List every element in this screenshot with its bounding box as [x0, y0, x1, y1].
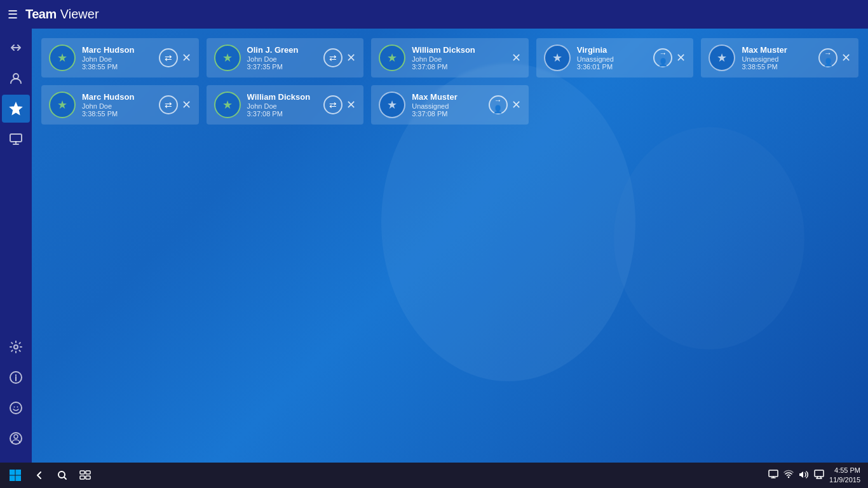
- switch-button-7[interactable]: ⇄: [323, 95, 342, 114]
- session-time-4: 3:36:01 PM: [577, 63, 648, 71]
- session-card-william-dickson-2: ★ William Dickson John Doe 3:37:08 PM ⇄ …: [207, 85, 364, 125]
- session-avatar-2: ★: [214, 44, 241, 71]
- session-actions-4: →👤 ✕: [653, 48, 686, 67]
- session-info-4: Virginia Unassigned 3:36:01 PM: [577, 45, 648, 71]
- sidebar-item-computers[interactable]: [2, 125, 30, 153]
- taskbar-clock[interactable]: 4:55 PM 11/9/2015: [829, 466, 860, 485]
- assign-button-4[interactable]: →👤: [653, 48, 672, 67]
- session-name-7: William Dickson: [247, 92, 318, 102]
- session-card-max-muster-2: ★ Max Muster Unassigned 3:37:08 PM →👤 ✕: [371, 85, 529, 125]
- session-name-3: William Dickson: [412, 45, 505, 55]
- taskbar-monitor-icon[interactable]: [768, 470, 778, 482]
- close-button-5[interactable]: ✕: [841, 52, 851, 64]
- session-actions-6: ⇄ ✕: [159, 95, 191, 114]
- logo-viewer: Viewer: [60, 7, 99, 22]
- session-time-1: 3:38:55 PM: [82, 63, 153, 71]
- svg-rect-19: [769, 470, 778, 477]
- switch-button-2[interactable]: ⇄: [323, 48, 342, 67]
- feedback-icon: [9, 401, 23, 415]
- close-button-6[interactable]: ✕: [182, 99, 191, 111]
- monitor-icon: [768, 470, 778, 480]
- svg-point-5: [10, 402, 22, 414]
- star-icon-2: ★: [222, 51, 233, 65]
- svg-rect-18: [86, 476, 90, 479]
- session-actions-5: →👤 ✕: [818, 48, 851, 67]
- svg-marker-1: [10, 103, 22, 114]
- session-time-8: 3:37:08 PM: [412, 110, 482, 118]
- close-button-2[interactable]: ✕: [346, 52, 356, 64]
- switch-button-1[interactable]: ⇄: [159, 48, 178, 67]
- main-content: ★ Marc Hudson John Doe 3:38:55 PM ⇄ ✕ ★ …: [32, 29, 868, 463]
- sidebar-item-settings[interactable]: [2, 333, 30, 361]
- session-info-3: William Dickson John Doe 3:37:08 PM: [412, 45, 505, 71]
- windows-start-button[interactable]: [3, 463, 28, 488]
- session-time-6: 3:38:55 PM: [82, 110, 153, 118]
- settings-icon: [9, 340, 23, 354]
- sidebar-item-favorites[interactable]: [2, 95, 30, 123]
- star-icon-6: ★: [57, 98, 67, 112]
- svg-rect-2: [10, 134, 22, 142]
- sidebar-item-profile[interactable]: [2, 424, 30, 452]
- session-avatar-8: ★: [379, 92, 405, 118]
- switch-button-6[interactable]: ⇄: [159, 95, 178, 114]
- svg-point-9: [14, 435, 18, 438]
- wifi-icon: [783, 470, 794, 480]
- sidebar-item-contacts[interactable]: [2, 64, 30, 92]
- session-actions-1: ⇄ ✕: [159, 48, 191, 67]
- task-view-button[interactable]: [74, 464, 97, 487]
- session-card-olin-green: ★ Olin J. Green John Doe 3:37:35 PM ⇄ ✕: [207, 38, 364, 78]
- session-info-5: Max Muster Unassigned 3:38:55 PM: [742, 45, 812, 71]
- info-icon: [9, 370, 23, 384]
- star-icon-5: ★: [717, 51, 727, 65]
- connections-icon: [9, 41, 23, 55]
- menu-button[interactable]: ☰: [8, 8, 18, 22]
- session-info-6: Marc Hudson John Doe 3:38:55 PM: [82, 92, 153, 118]
- sidebar-item-connections[interactable]: [2, 34, 30, 62]
- taskbar-wifi-icon[interactable]: [783, 470, 794, 482]
- session-info-8: Max Muster Unassigned 3:37:08 PM: [412, 92, 482, 118]
- back-button[interactable]: [28, 464, 51, 487]
- taskbar-right: 4:55 PM 11/9/2015: [768, 466, 865, 485]
- svg-point-0: [13, 74, 18, 79]
- svg-point-7: [17, 407, 18, 408]
- session-name-2: Olin J. Green: [247, 45, 318, 55]
- session-time-7: 3:37:08 PM: [247, 110, 318, 118]
- session-card-william-dickson-1: ★ William Dickson John Doe 3:37:08 PM ✕: [371, 38, 529, 78]
- search-button[interactable]: [51, 464, 74, 487]
- session-actions-8: →👤 ✕: [489, 95, 521, 114]
- close-button-4[interactable]: ✕: [676, 52, 686, 64]
- svg-rect-16: [86, 471, 90, 474]
- volume-icon: [799, 470, 809, 480]
- sessions-grid: ★ Marc Hudson John Doe 3:38:55 PM ⇄ ✕ ★ …: [41, 38, 858, 125]
- session-name-4: Virginia: [577, 45, 648, 55]
- svg-rect-10: [10, 470, 15, 475]
- session-avatar-7: ★: [214, 92, 241, 118]
- sidebar-item-feedback[interactable]: [2, 394, 30, 422]
- session-avatar-5: ★: [709, 44, 735, 71]
- session-name-5: Max Muster: [742, 45, 812, 55]
- notification-icon: [814, 470, 824, 480]
- session-card-max-muster-1: ★ Max Muster Unassigned 3:38:55 PM →👤 ✕: [701, 38, 858, 78]
- taskbar: 4:55 PM 11/9/2015: [0, 463, 868, 488]
- session-actions-7: ⇄ ✕: [323, 95, 356, 114]
- close-button-7[interactable]: ✕: [346, 99, 356, 111]
- close-button-1[interactable]: ✕: [182, 52, 191, 64]
- sidebar-item-info[interactable]: [2, 363, 30, 391]
- session-actions-2: ⇄ ✕: [323, 48, 356, 67]
- star-icon-8: ★: [387, 98, 397, 112]
- contacts-icon: [9, 71, 23, 85]
- session-card-virginia: ★ Virginia Unassigned 3:36:01 PM →👤 ✕: [536, 38, 694, 78]
- close-button-3[interactable]: ✕: [512, 52, 521, 64]
- svg-rect-12: [10, 476, 15, 482]
- svg-rect-13: [16, 476, 22, 482]
- assign-button-8[interactable]: →👤: [489, 95, 508, 114]
- taskbar-notification-icon[interactable]: [814, 470, 824, 482]
- session-name-8: Max Muster: [412, 92, 482, 102]
- session-avatar-3: ★: [379, 44, 405, 71]
- svg-rect-11: [16, 470, 22, 475]
- assign-button-5[interactable]: →👤: [818, 48, 837, 67]
- session-user-6: John Doe: [82, 102, 153, 110]
- taskbar-volume-icon[interactable]: [799, 470, 809, 482]
- close-button-8[interactable]: ✕: [512, 99, 521, 111]
- clock-time: 4:55 PM: [829, 466, 860, 475]
